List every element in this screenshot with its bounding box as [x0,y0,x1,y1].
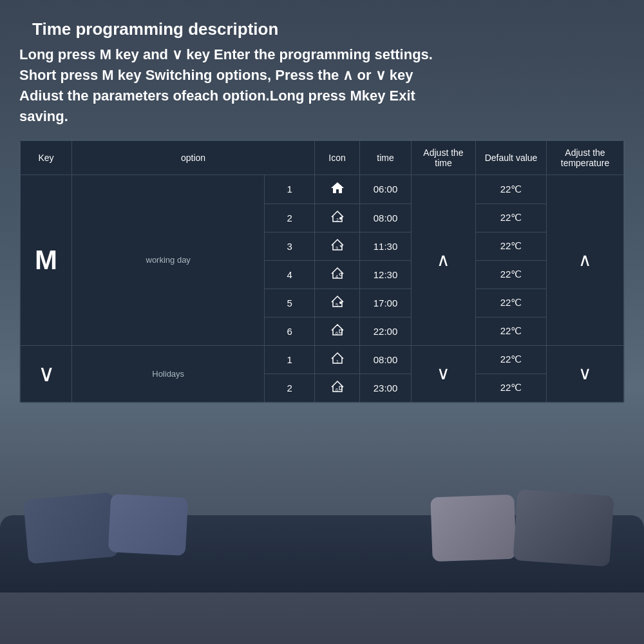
default-3: 22℃ [476,232,547,260]
house-2-icon: 2 [330,209,345,225]
time-1: 06:00 [360,175,412,204]
pillow-4 [513,489,614,567]
adjust-temp-up: ∧ [547,175,624,345]
time-h1: 08:00 [360,345,412,374]
default-6: 22℃ [476,317,547,345]
desc-line2: Short press M key Switching options, Pre… [19,65,631,86]
table-header-row: Key option Icon time Adjust the time Def… [21,140,624,175]
svg-point-8 [339,301,342,304]
icon-5: 5 [315,289,360,317]
header-time: time [360,140,412,175]
up-arrow-icon: ∧ [437,250,450,270]
desc-line4: saving. [19,106,631,127]
icon-h1: 1 [315,345,360,374]
table-row: ∨ Holidays 1 1 08:00 ∨ 22℃ [21,345,624,374]
svg-text:1: 1 [339,189,342,194]
content-wrapper: Time programming description Long press … [0,0,644,416]
house-4-icon: 4 [330,266,345,281]
house-1-icon: 1 [330,180,345,196]
page-title: Time programming description [13,19,631,39]
time-h2: 23:00 [360,374,412,402]
house-5-icon: 5 [330,294,345,310]
adjust-time-down: ∨ [412,345,476,402]
default-2: 22℃ [476,204,547,232]
num-4: 4 [265,260,315,289]
key-down: ∨ [21,345,72,402]
time-2: 08:00 [360,204,412,232]
up-temp-arrow-icon: ∧ [578,250,592,270]
num-1: 1 [265,175,315,204]
svg-text:5: 5 [336,303,338,307]
pillow-3 [430,495,516,562]
svg-text:3: 3 [336,246,338,251]
adjust-time-up: ∧ [412,175,476,345]
time-6: 22:00 [360,317,412,345]
svg-point-2 [339,217,342,220]
svg-text:2: 2 [336,218,339,222]
option-working-day: working day [72,175,265,345]
house-3-icon: 3 [330,238,345,253]
num-6: 6 [265,317,315,345]
programming-table: Key option Icon time Adjust the time Def… [20,140,624,402]
down-arrow-icon: ∨ [437,363,450,383]
default-1: 22℃ [476,175,547,204]
table-container: Key option Icon time Adjust the time Def… [19,140,625,403]
house-h1-icon: 1 [330,351,345,366]
icon-3: 3 [315,232,360,260]
table-row: M working day 1 1 06:00 ∧ 22℃ [21,175,624,204]
icon-6: 6 [315,317,360,345]
default-h2: 22℃ [476,374,547,402]
num-5: 5 [265,289,315,317]
pillow-2 [108,494,189,556]
default-h1: 22℃ [476,345,547,374]
default-5: 22℃ [476,289,547,317]
time-4: 12:30 [360,260,412,289]
house-h2-icon: 6 [330,379,345,395]
header-icon: Icon [315,140,360,175]
house-6-icon: 6 [330,323,345,338]
num-3: 3 [265,232,315,260]
icon-2: 2 [315,204,360,232]
down-temp-arrow-icon: ∨ [578,363,592,383]
key-m: M [21,175,72,345]
icon-h2: 6 [315,374,360,402]
header-key: Key [21,140,72,175]
option-holidays: Holidays [72,345,265,402]
header-default-value: Default value [476,140,547,175]
num-2: 2 [265,204,315,232]
description-text: Long press M key and ∨ key Enter the pro… [13,44,631,127]
header-adjust-time: Adjust the time [412,140,476,175]
svg-text:4: 4 [336,274,338,279]
svg-text:1: 1 [336,359,339,364]
adjust-temp-down: ∨ [547,345,624,402]
icon-4: 4 [315,260,360,289]
desc-line3: Adiust the parameters ofeach option.Long… [19,86,631,106]
svg-text:6: 6 [336,388,338,392]
time-5: 17:00 [360,289,412,317]
header-adjust-temp: Adjust the temperature [547,140,624,175]
num-h2: 2 [265,374,315,402]
time-3: 11:30 [360,232,412,260]
icon-1: 1 [315,175,360,204]
num-h1: 1 [265,345,315,374]
header-option: option [72,140,315,175]
desc-line1: Long press M key and ∨ key Enter the pro… [19,44,631,65]
default-4: 22℃ [476,260,547,289]
svg-text:6: 6 [336,331,338,336]
pillow-1 [23,492,118,564]
